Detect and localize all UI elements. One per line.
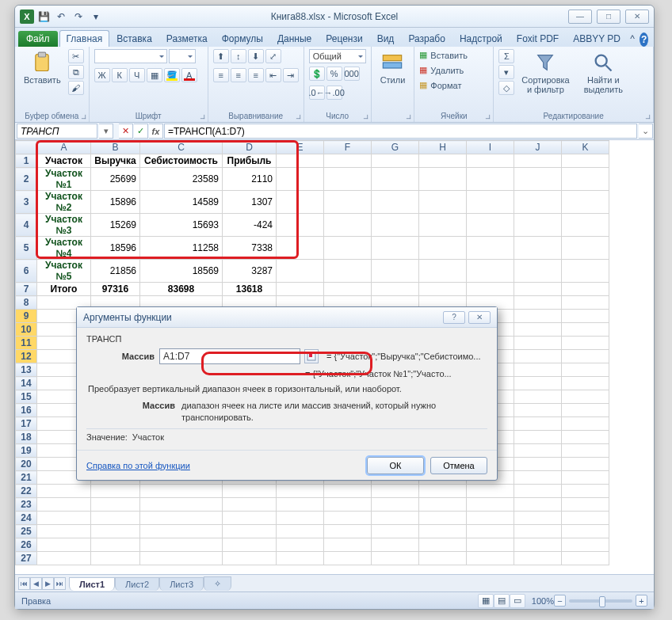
empty-cell[interactable] (324, 214, 372, 237)
col-header-G[interactable]: G (372, 141, 419, 154)
empty-cell[interactable] (277, 512, 324, 525)
range-selector-button[interactable] (304, 349, 319, 363)
underline-button[interactable]: Ч (129, 68, 145, 82)
col-header-C[interactable]: C (140, 141, 223, 154)
cancel-button[interactable]: Отмена (430, 457, 487, 474)
formula-expand-icon[interactable]: ⌄ (639, 124, 653, 139)
empty-cell[interactable] (419, 525, 467, 538)
empty-cell[interactable] (562, 498, 609, 512)
arg-input[interactable]: A1:D7 (159, 348, 300, 364)
empty-cell[interactable] (419, 237, 467, 260)
empty-cell[interactable] (467, 237, 514, 260)
dialog-help-icon[interactable]: ? (443, 311, 465, 324)
empty-cell[interactable] (514, 283, 562, 296)
empty-cell[interactable] (562, 283, 609, 296)
empty-cell[interactable] (419, 191, 467, 214)
empty-cell[interactable] (324, 552, 372, 565)
empty-cell[interactable] (514, 377, 562, 390)
empty-cell[interactable] (140, 525, 223, 538)
comma-icon[interactable]: 000 (344, 67, 360, 81)
find-select-button[interactable]: Найти и выделить (576, 49, 630, 97)
align-center-icon[interactable]: ≡ (231, 68, 246, 82)
empty-cell[interactable] (419, 154, 467, 168)
empty-cell[interactable] (467, 512, 514, 525)
empty-cell[interactable] (419, 485, 467, 498)
empty-cell[interactable] (467, 260, 514, 283)
tab-layout[interactable]: Разметка (159, 30, 215, 47)
data-cell[interactable]: 15693 (140, 214, 223, 237)
empty-cell[interactable] (277, 168, 324, 191)
increase-decimal-icon[interactable]: →.00 (326, 86, 342, 100)
zoom-in-button[interactable]: + (636, 595, 647, 607)
row-header-26[interactable]: 26 (16, 538, 37, 552)
new-sheet-button[interactable]: ✧ (204, 576, 231, 591)
empty-cell[interactable] (372, 485, 419, 498)
percent-icon[interactable]: % (326, 67, 342, 81)
empty-cell[interactable] (467, 283, 514, 296)
cut-icon[interactable]: ✂ (68, 49, 84, 63)
empty-cell[interactable] (372, 154, 419, 168)
row-header-10[interactable]: 10 (16, 323, 37, 337)
data-cell[interactable]: 15896 (91, 191, 140, 214)
empty-cell[interactable] (324, 237, 372, 260)
empty-cell[interactable] (514, 444, 562, 458)
empty-cell[interactable] (223, 552, 277, 565)
row-header-18[interactable]: 18 (16, 431, 37, 444)
data-cell[interactable]: 21856 (91, 260, 140, 283)
empty-cell[interactable] (324, 283, 372, 296)
empty-cell[interactable] (419, 214, 467, 237)
empty-cell[interactable] (372, 260, 419, 283)
styles-button[interactable]: Стили (376, 49, 410, 87)
minimize-button[interactable]: — (568, 10, 592, 24)
empty-cell[interactable] (514, 525, 562, 538)
empty-cell[interactable] (37, 485, 91, 498)
row-header-5[interactable]: 5 (16, 237, 37, 260)
empty-cell[interactable] (562, 350, 609, 363)
empty-cell[interactable] (514, 404, 562, 417)
empty-cell[interactable] (37, 538, 91, 552)
empty-cell[interactable] (277, 498, 324, 512)
indent-increase-icon[interactable]: ⇥ (283, 68, 299, 82)
data-cell[interactable]: -424 (223, 214, 277, 237)
empty-cell[interactable] (514, 471, 562, 485)
empty-cell[interactable] (514, 337, 562, 350)
empty-cell[interactable] (223, 498, 277, 512)
empty-cell[interactable] (91, 512, 140, 525)
empty-cell[interactable] (372, 237, 419, 260)
tab-data[interactable]: Данные (270, 30, 319, 47)
empty-cell[interactable] (223, 525, 277, 538)
empty-cell[interactable] (562, 390, 609, 404)
empty-cell[interactable] (277, 154, 324, 168)
empty-cell[interactable] (514, 168, 562, 191)
empty-cell[interactable] (37, 525, 91, 538)
empty-cell[interactable] (514, 323, 562, 337)
tab-home[interactable]: Главная (59, 30, 110, 47)
empty-cell[interactable] (372, 512, 419, 525)
data-cell[interactable]: 3287 (223, 260, 277, 283)
empty-cell[interactable] (419, 512, 467, 525)
row-header-23[interactable]: 23 (16, 498, 37, 512)
empty-cell[interactable] (514, 237, 562, 260)
formula-input[interactable]: =ТРАНСП(A1:D7) (164, 124, 637, 139)
row-header-14[interactable]: 14 (16, 377, 37, 390)
empty-cell[interactable] (562, 337, 609, 350)
empty-cell[interactable] (562, 154, 609, 168)
empty-cell[interactable] (514, 390, 562, 404)
row-header-19[interactable]: 19 (16, 444, 37, 458)
col-header-I[interactable]: I (467, 141, 514, 154)
total-label[interactable]: Итого (37, 283, 91, 296)
copy-icon[interactable]: ⧉ (68, 65, 84, 79)
data-cell[interactable]: 18569 (140, 260, 223, 283)
data-cell[interactable]: 23589 (140, 168, 223, 191)
empty-cell[interactable] (514, 417, 562, 431)
empty-cell[interactable] (514, 214, 562, 237)
empty-cell[interactable] (324, 154, 372, 168)
empty-cell[interactable] (514, 538, 562, 552)
tab-foxit[interactable]: Foxit PDF (510, 30, 566, 47)
file-tab[interactable]: Файл (18, 31, 58, 47)
empty-cell[interactable] (324, 525, 372, 538)
empty-cell[interactable] (562, 485, 609, 498)
empty-cell[interactable] (562, 260, 609, 283)
empty-cell[interactable] (514, 350, 562, 363)
empty-cell[interactable] (467, 485, 514, 498)
